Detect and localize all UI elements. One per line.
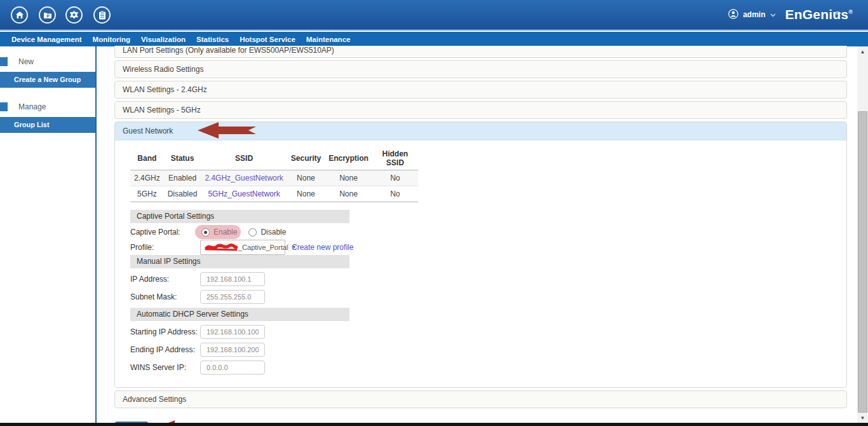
gear-icon[interactable] xyxy=(65,6,83,24)
section-bullet-icon xyxy=(0,102,8,111)
profile-row: Profile: _Captive_Portal ▼ Create new pr… xyxy=(130,240,831,255)
nav-statistics[interactable]: Statistics xyxy=(196,36,229,43)
subnet-mask-field[interactable] xyxy=(200,290,265,304)
ending-ip-field[interactable] xyxy=(200,343,265,357)
panel-guest-network: Guest Network Band Status SSID Security … xyxy=(114,121,847,388)
profile-select[interactable]: _Captive_Portal ▼ xyxy=(200,240,285,255)
arrow-annotation-icon xyxy=(198,120,256,142)
wins-server-row: WINS Server IP: xyxy=(130,361,831,374)
svg-text:P: P xyxy=(46,13,50,18)
guest-ssid-table: Band Status SSID Security Encryption Hid… xyxy=(130,147,418,202)
scroll-down-icon[interactable]: ▼ xyxy=(857,413,868,423)
redaction-scribble xyxy=(205,243,238,252)
wifi-arcs-icon xyxy=(832,3,843,18)
starting-ip-field[interactable] xyxy=(200,325,265,339)
ssid-link-5ghz[interactable]: 5GHz_GuestNetwork xyxy=(208,189,280,198)
sidebar-item-create-group[interactable]: Create a New Group xyxy=(0,72,95,88)
ip-address-row: IP Address: xyxy=(130,272,831,286)
select-caret-icon[interactable]: ▼ xyxy=(288,244,297,251)
profile-selected-value: _Captive_Portal xyxy=(238,244,288,251)
sidebar-item-group-list[interactable]: Group List xyxy=(0,117,95,133)
table-row: 2.4GHz Enabled 2.4GHz_GuestNetwork None … xyxy=(130,170,418,186)
panel-lan-port-settings[interactable]: LAN Port Settings (Only available for EW… xyxy=(114,46,847,58)
engenius-logo: EnGenius® xyxy=(785,7,853,22)
radio-enable[interactable] xyxy=(201,228,210,237)
sidebar: New Create a New Group Manage Group List xyxy=(0,46,97,423)
nav-monitoring[interactable]: Monitoring xyxy=(93,36,130,43)
vertical-scrollbar[interactable]: ▲ ▼ xyxy=(857,46,868,423)
user-icon xyxy=(728,9,738,21)
sidebar-section-manage: Manage xyxy=(0,102,95,111)
panel-advanced-settings[interactable]: Advanced Settings xyxy=(114,390,847,408)
create-new-profile-link[interactable]: Create new profile xyxy=(292,243,353,252)
panel-wireless-radio-settings[interactable]: Wireless Radio Settings xyxy=(114,60,847,78)
bottom-border xyxy=(0,423,868,426)
table-row: 5GHz Disabled 5GHz_GuestNetwork None Non… xyxy=(130,186,418,202)
scroll-up-icon[interactable]: ▲ xyxy=(857,46,868,57)
section-bullet-icon xyxy=(0,57,8,66)
section-dhcp-server-settings: Automatic DHCP Server Settings xyxy=(130,308,349,321)
nav-device-management[interactable]: Device Management xyxy=(11,36,82,43)
home-icon[interactable] xyxy=(11,6,28,24)
ip-address-field[interactable] xyxy=(200,272,265,286)
panel-wlan-24ghz[interactable]: WLAN Settings - 2.4GHz xyxy=(114,81,847,99)
nav-hotspot-service[interactable]: Hotspot Service xyxy=(240,36,295,43)
logged-in-user[interactable]: admin xyxy=(743,10,765,19)
radio-disable[interactable] xyxy=(248,228,257,237)
sidebar-section-new: New xyxy=(0,57,95,66)
ssid-link-24ghz[interactable]: 2.4GHz_GuestNetwork xyxy=(205,174,283,182)
guest-network-body: Band Status SSID Security Encryption Hid… xyxy=(115,147,846,387)
clipboard-icon[interactable] xyxy=(93,6,111,24)
top-bar: P admin EnGenius® xyxy=(0,0,868,31)
panel-wlan-5ghz[interactable]: WLAN Settings - 5GHz xyxy=(114,101,847,119)
nav-visualization[interactable]: Visualization xyxy=(141,36,186,43)
folder-p-icon[interactable]: P xyxy=(39,6,56,24)
ending-ip-row: Ending IP Address: xyxy=(130,343,831,357)
guest-network-header[interactable]: Guest Network xyxy=(115,122,846,141)
registered-mark: ® xyxy=(848,9,853,15)
user-area: admin EnGenius® xyxy=(728,0,853,29)
main-nav: Device Management Monitoring Visualizati… xyxy=(0,32,868,46)
chevron-down-icon[interactable] xyxy=(770,10,776,19)
scrollbar-thumb[interactable] xyxy=(858,111,867,413)
section-manual-ip-settings: Manual IP Settings xyxy=(130,255,349,268)
starting-ip-row: Starting IP Address: xyxy=(130,325,831,339)
wins-server-field[interactable] xyxy=(200,361,265,374)
captive-portal-row: Captive Portal: Enable Disable xyxy=(130,227,831,237)
subnet-mask-row: Subnet Mask: xyxy=(130,290,831,304)
nav-maintenance[interactable]: Maintenance xyxy=(306,36,351,43)
main-content: LAN Port Settings (Only available for EW… xyxy=(114,46,847,426)
section-captive-portal-settings: Captive Portal Settings xyxy=(130,210,349,223)
